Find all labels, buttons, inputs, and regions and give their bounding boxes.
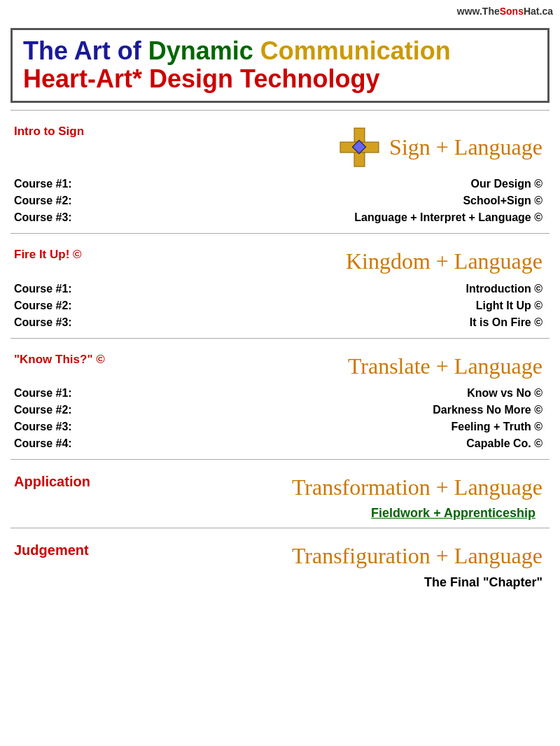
course-value: Darkness No More © xyxy=(433,404,542,416)
course-label: Course #1: xyxy=(14,387,72,400)
section-translate-right: Translate + Language xyxy=(154,353,546,379)
sign-plus-icon xyxy=(337,125,382,170)
course-label: Course #2: xyxy=(14,300,72,312)
header-dynamic: Dynamic xyxy=(148,36,260,65)
fieldwork-apprenticeship-link[interactable]: Fieldwork + Apprenticeship xyxy=(14,506,542,521)
section-transformation: Application Transformation + Language Fi… xyxy=(0,463,560,524)
header-line2: Heart-Art* Design Technology xyxy=(23,65,537,93)
section-kingdom-left: Fire It Up! © xyxy=(14,248,154,262)
section-transfiguration-right: Transfiguration + Language xyxy=(154,542,546,569)
header-line1: The Art of Dynamic Communication xyxy=(23,37,537,65)
website-prefix: www.The xyxy=(457,6,500,17)
divider-5 xyxy=(10,528,550,528)
section-sign: Intro to Sign Sign + Language Course #1:… xyxy=(0,114,560,230)
divider-1 xyxy=(10,110,550,111)
header-box: The Art of Dynamic Communication Heart-A… xyxy=(10,28,550,103)
course-label: Course #4: xyxy=(14,437,72,450)
section-sign-cursive: Sign + Language xyxy=(389,134,546,160)
sign-course-1: Course #1: Our Design © xyxy=(14,176,546,192)
section-judgement-label: Judgement xyxy=(14,542,154,558)
final-chapter-text: The Final "Chapter" xyxy=(14,575,546,590)
course-label: Course #1: xyxy=(14,178,72,190)
course-label: Course #3: xyxy=(14,211,72,224)
course-label: Course #1: xyxy=(14,283,72,295)
section-transfiguration-cursive: Transfiguration + Language xyxy=(154,542,546,569)
course-label: Course #2: xyxy=(14,195,72,207)
section-translate-cursive: Translate + Language xyxy=(154,353,546,379)
translate-course-2: Course #2: Darkness No More © xyxy=(14,402,546,418)
section-kingdom-label: Fire It Up! © xyxy=(14,248,154,262)
website-sons: Sons xyxy=(500,6,524,17)
sign-course-2: Course #2: School+Sign © xyxy=(14,192,546,209)
translate-course-4: Course #4: Capable Co. © xyxy=(14,435,546,452)
sign-courses: Course #1: Our Design © Course #2: Schoo… xyxy=(14,176,546,226)
kingdom-courses: Course #1: Introduction © Course #2: Lig… xyxy=(14,281,546,331)
course-value: Introduction © xyxy=(465,283,542,295)
course-label: Course #3: xyxy=(14,316,72,329)
divider-2 xyxy=(10,233,550,234)
section-transfiguration: Judgement Transfiguration + Language The… xyxy=(0,532,560,593)
website-suffix: Hat.ca xyxy=(524,6,553,17)
section-translate-left: "Know This?" © xyxy=(14,353,154,367)
course-value: Know vs No © xyxy=(467,387,542,400)
course-value: It is On Fire © xyxy=(470,316,542,329)
course-value: Language + Interpret + Language © xyxy=(354,211,542,224)
section-application-label: Application xyxy=(14,474,154,490)
section-sign-left: Intro to Sign xyxy=(14,125,154,139)
divider-4 xyxy=(10,459,550,460)
section-kingdom-right: Kingdom + Language xyxy=(154,248,546,274)
section-kingdom: Fire It Up! © Kingdom + Language Course … xyxy=(0,237,560,334)
divider-3 xyxy=(10,338,550,339)
kingdom-course-3: Course #3: It is On Fire © xyxy=(14,314,546,331)
section-sign-right: Sign + Language xyxy=(154,125,546,170)
kingdom-course-2: Course #2: Light It Up © xyxy=(14,297,546,314)
header-art: The Art of xyxy=(23,36,148,65)
section-transformation-right: Transformation + Language xyxy=(154,474,546,500)
translate-course-1: Course #1: Know vs No © xyxy=(14,385,546,402)
course-label: Course #3: xyxy=(14,421,72,433)
section-kingdom-cursive: Kingdom + Language xyxy=(154,248,546,274)
course-label: Course #2: xyxy=(14,404,72,416)
sign-course-3: Course #3: Language + Interpret + Langua… xyxy=(14,209,546,226)
section-transformation-left: Application xyxy=(14,474,154,490)
course-value: Feeling + Truth © xyxy=(451,421,542,433)
section-translate-label: "Know This?" © xyxy=(14,353,154,367)
course-value: Our Design © xyxy=(471,178,542,190)
kingdom-course-1: Course #1: Introduction © xyxy=(14,281,546,297)
course-value: School+Sign © xyxy=(463,195,542,207)
course-value: Capable Co. © xyxy=(466,437,542,450)
section-transfiguration-left: Judgement xyxy=(14,542,154,558)
header-communication: Communication xyxy=(260,36,451,65)
section-translate: "Know This?" © Translate + Language Cour… xyxy=(0,342,560,456)
section-transformation-cursive: Transformation + Language xyxy=(154,474,546,500)
section-sign-label: Intro to Sign xyxy=(14,125,154,139)
translate-courses: Course #1: Know vs No © Course #2: Darkn… xyxy=(14,385,546,452)
translate-course-3: Course #3: Feeling + Truth © xyxy=(14,418,546,435)
website-url: www.TheSonsHat.ca xyxy=(457,6,553,17)
course-value: Light It Up © xyxy=(476,300,542,312)
